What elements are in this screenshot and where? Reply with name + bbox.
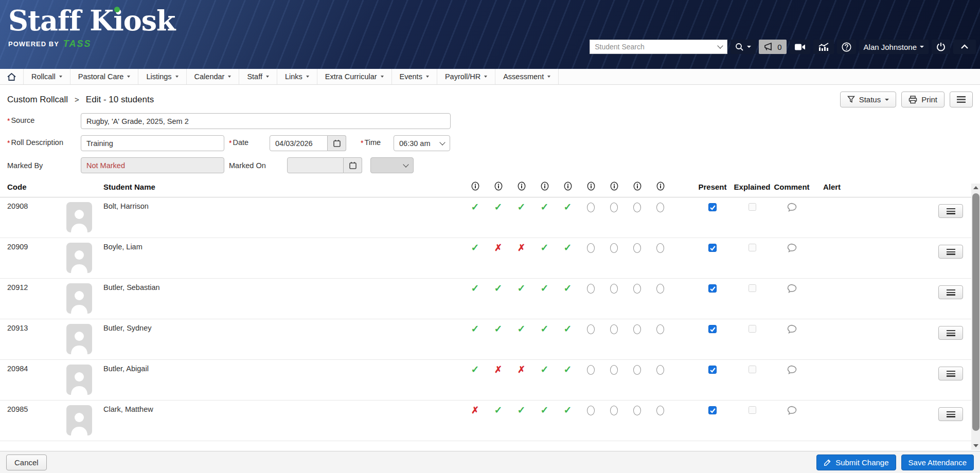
source-input[interactable]	[81, 113, 451, 129]
date-picker-button[interactable]	[328, 135, 346, 151]
notifications-button[interactable]: 0	[759, 40, 786, 54]
attendance-radio[interactable]	[610, 365, 618, 375]
attendance-radio[interactable]	[587, 284, 595, 294]
session-info-header[interactable]	[626, 179, 649, 197]
nav-item-pastoral-care[interactable]: Pastoral Care	[70, 69, 139, 84]
page-menu-button[interactable]	[950, 92, 973, 107]
nav-item-links[interactable]: Links	[277, 69, 317, 84]
explained-checkbox[interactable]	[749, 325, 756, 333]
attendance-radio[interactable]	[610, 284, 618, 294]
attendance-radio[interactable]	[656, 203, 664, 212]
student-search-select[interactable]: Student Search	[590, 40, 727, 54]
row-menu-button[interactable]	[938, 285, 963, 299]
student-avatar[interactable]	[66, 202, 92, 232]
present-checkbox[interactable]	[708, 406, 717, 414]
attendance-radio[interactable]	[610, 203, 618, 212]
student-avatar[interactable]	[66, 365, 92, 395]
session-info-header[interactable]	[579, 179, 602, 197]
home-button[interactable]	[0, 69, 24, 84]
attendance-radio[interactable]	[633, 203, 641, 212]
nav-item-listings[interactable]: Listings	[138, 69, 186, 84]
attendance-radio[interactable]	[587, 203, 595, 212]
row-menu-button[interactable]	[938, 204, 963, 218]
nav-item-payroll-hr[interactable]: Payroll/HR	[437, 69, 495, 84]
row-menu-button[interactable]	[938, 245, 963, 259]
nav-item-rollcall[interactable]: Rollcall	[24, 69, 70, 84]
attendance-radio[interactable]	[656, 324, 664, 334]
attendance-radio[interactable]	[656, 243, 664, 253]
attendance-radio[interactable]	[587, 324, 595, 334]
date-input[interactable]	[270, 135, 328, 151]
status-button[interactable]: Status	[840, 92, 897, 107]
student-avatar[interactable]	[66, 405, 92, 435]
session-info-header[interactable]	[533, 179, 556, 197]
explained-checkbox[interactable]	[749, 284, 756, 292]
analytics-button[interactable]	[813, 40, 834, 54]
video-button[interactable]	[790, 40, 810, 54]
row-menu-button[interactable]	[938, 367, 963, 380]
student-avatar[interactable]	[66, 283, 92, 314]
comment-button[interactable]	[787, 203, 797, 213]
student-avatar[interactable]	[66, 324, 92, 354]
nav-item-calendar[interactable]: Calendar	[187, 69, 240, 84]
save-attendance-button[interactable]: Save Attendance	[901, 454, 974, 470]
session-info-header[interactable]	[464, 179, 487, 197]
present-checkbox[interactable]	[708, 244, 717, 252]
comment-button[interactable]	[787, 284, 797, 295]
present-checkbox[interactable]	[708, 203, 717, 211]
nav-item-extra-curricular[interactable]: Extra Curricular	[317, 69, 392, 84]
row-menu-button[interactable]	[938, 326, 963, 340]
explained-checkbox[interactable]	[749, 203, 756, 211]
explained-checkbox[interactable]	[749, 366, 756, 373]
comment-button[interactable]	[787, 243, 797, 254]
submit-change-button[interactable]: Submit Change	[816, 454, 896, 470]
attendance-radio[interactable]	[633, 324, 641, 334]
user-menu-button[interactable]: Alan Johnstone	[859, 40, 929, 54]
roll-description-input[interactable]	[81, 135, 224, 151]
session-info-header[interactable]	[602, 179, 626, 197]
attendance-radio[interactable]	[633, 406, 641, 415]
breadcrumb-parent[interactable]: Custom Rollcall	[7, 95, 68, 105]
attendance-radio[interactable]	[610, 243, 618, 253]
attendance-radio[interactable]	[587, 243, 595, 253]
attendance-radio[interactable]	[587, 406, 595, 415]
comment-button[interactable]	[787, 406, 797, 416]
attendance-radio[interactable]	[633, 243, 641, 253]
cancel-button[interactable]: Cancel	[6, 454, 47, 470]
print-button[interactable]: Print	[901, 92, 945, 107]
session-info-header[interactable]	[649, 179, 672, 197]
attendance-radio[interactable]	[610, 324, 618, 334]
row-menu-button[interactable]	[938, 407, 963, 421]
time-select[interactable]: 06:30 am	[394, 135, 450, 151]
logout-button[interactable]	[932, 40, 950, 54]
help-button[interactable]	[837, 40, 856, 54]
session-info-header[interactable]	[556, 179, 579, 197]
marked-on-picker-button[interactable]	[344, 157, 362, 173]
explained-checkbox[interactable]	[749, 244, 756, 251]
nav-item-assessment[interactable]: Assessment	[495, 69, 559, 84]
collapse-header-button[interactable]	[953, 40, 976, 54]
attendance-radio[interactable]	[656, 365, 664, 375]
attendance-radio[interactable]	[633, 284, 641, 294]
attendance-radio[interactable]	[587, 365, 595, 375]
attendance-radio[interactable]	[656, 284, 664, 294]
comment-button[interactable]	[787, 324, 797, 335]
comment-button[interactable]	[787, 365, 797, 376]
search-button[interactable]	[730, 40, 756, 54]
vertical-scrollbar[interactable]	[971, 184, 980, 450]
nav-item-staff[interactable]: Staff	[239, 69, 277, 84]
session-info-header[interactable]	[510, 179, 533, 197]
attendance-radio[interactable]	[610, 406, 618, 415]
present-checkbox[interactable]	[708, 325, 717, 333]
explained-checkbox[interactable]	[749, 406, 756, 414]
attendance-radio[interactable]	[656, 406, 664, 415]
session-info-header[interactable]	[487, 179, 510, 197]
scrollbar-thumb[interactable]	[972, 193, 979, 431]
scroll-down-button[interactable]	[971, 442, 980, 450]
scroll-up-button[interactable]	[971, 184, 980, 192]
present-checkbox[interactable]	[708, 366, 717, 374]
student-avatar[interactable]	[66, 243, 92, 273]
present-checkbox[interactable]	[708, 284, 717, 293]
nav-item-events[interactable]: Events	[392, 69, 437, 84]
attendance-radio[interactable]	[633, 365, 641, 375]
